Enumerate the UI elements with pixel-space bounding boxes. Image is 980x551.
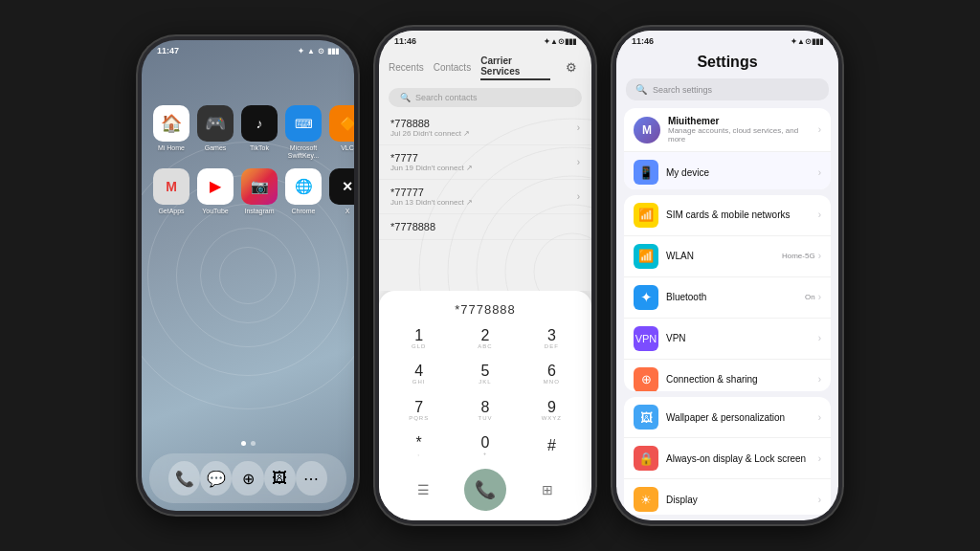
status-icons-1: ✦ ▲ ⊙ ▮▮▮ — [298, 47, 339, 55]
dial-key-star[interactable]: *, — [387, 430, 451, 463]
phone-3-screen: 11:46 ✦▲⊙▮▮▮ Settings 🔍 Search settings … — [616, 31, 838, 520]
bluetooth-item[interactable]: ✦ Bluetooth On › — [624, 277, 831, 319]
phone-1: 11:47 ✦ ▲ ⊙ ▮▮▮ 🏠 Mi Home 🎮 — [138, 36, 358, 515]
time-1: 11:47 — [157, 46, 179, 55]
call-button[interactable]: 📞 — [464, 469, 506, 511]
svg-point-3 — [448, 147, 591, 291]
app-games[interactable]: 🎮 Games — [197, 105, 234, 161]
dial-key-7[interactable]: 7PQRS — [387, 394, 451, 428]
settings-screen: 11:46 ✦▲⊙▮▮▮ Settings 🔍 Search settings … — [616, 31, 838, 520]
dot-1 — [241, 441, 246, 446]
dock-phone[interactable]: 📞 — [168, 461, 200, 496]
phone-3: 11:46 ✦▲⊙▮▮▮ Settings 🔍 Search settings … — [612, 27, 842, 524]
dial-key-0[interactable]: 0+ — [453, 430, 517, 463]
status-icons-3: ✦▲⊙▮▮▮ — [791, 37, 823, 46]
sim-networks-label: SIM cards & mobile networks — [666, 209, 811, 220]
dial-key-1[interactable]: 1GLD — [387, 322, 451, 356]
keypad-toggle-button[interactable]: ☰ — [410, 476, 436, 503]
lock-screen-icon: 🔒 — [634, 446, 658, 471]
always-on-item[interactable]: 🔒 Always-on display & Lock screen › — [624, 438, 831, 479]
avatar: M — [634, 117, 660, 143]
app-instagram[interactable]: 📷 Instagram — [241, 168, 278, 215]
app-mi-home[interactable]: 🏠 Mi Home — [153, 105, 189, 161]
vpn-icon: VPN — [634, 326, 658, 351]
wlan-item[interactable]: 📶 WLAN Home-5G › — [624, 236, 831, 277]
settings-search-bar[interactable]: 🔍 Search settings — [626, 78, 829, 100]
phone-1-screen: 11:47 ✦ ▲ ⊙ ▮▮▮ 🏠 Mi Home 🎮 — [142, 40, 354, 511]
dock-apps[interactable]: ⊕ — [232, 461, 263, 496]
contacts-search-bar[interactable]: 🔍 Search contacts — [389, 88, 582, 107]
dial-key-hash[interactable]: # — [520, 430, 584, 463]
dock-gallery[interactable]: 🖼 — [264, 461, 296, 496]
always-on-label: Always-on display & Lock screen — [666, 453, 811, 464]
connection-sharing-label: Connection & sharing — [666, 374, 811, 385]
settings-title: Settings — [616, 48, 838, 78]
app-grid: 🏠 Mi Home 🎮 Games ♪ TikTok ⌨ Microsoft S… — [142, 57, 354, 223]
app-x[interactable]: ✕ X — [329, 168, 354, 215]
display-label: Display — [666, 495, 811, 505]
bluetooth-icon: ✦ — [634, 285, 658, 310]
search-icon: 🔍 — [400, 93, 411, 102]
dialpad-display: *7778888 — [387, 300, 584, 322]
phone-2-screen: 11:46 ✦▲⊙▮▮▮ Recents Contacts Carrier Se… — [379, 31, 591, 520]
dialer-settings-button[interactable]: ⚙ — [562, 56, 582, 77]
wallpaper-label: Wallpaper & personalization — [666, 412, 811, 423]
my-device-icon: 📱 — [634, 160, 658, 185]
tab-carrier-services[interactable]: Carrier Services — [480, 54, 549, 80]
chevron-right-icon: › — [818, 374, 821, 385]
dialpad-actions: ☰ 📞 ⊞ — [387, 463, 584, 515]
dialer-screen: 11:46 ✦▲⊙▮▮▮ Recents Contacts Carrier Se… — [379, 31, 591, 520]
tab-row: Recents Contacts Carrier Services — [389, 54, 550, 80]
call-list: *778888 Jul 26 Didn't connect ↗ › *7777 … — [379, 111, 591, 291]
time-3: 11:46 — [632, 36, 654, 46]
dial-key-6[interactable]: 6MNO — [520, 358, 584, 391]
wallpaper-icon: 🖼 — [634, 405, 658, 430]
search-contacts-placeholder: Search contacts — [415, 93, 478, 102]
account-item[interactable]: M Miuithemer Manage accounts, cloud serv… — [624, 108, 831, 152]
phones-container: 11:47 ✦ ▲ ⊙ ▮▮▮ 🏠 Mi Home 🎮 — [128, 17, 852, 534]
display-item[interactable]: ☀ Display › — [624, 479, 831, 515]
my-device-item[interactable]: 📱 My device › — [624, 152, 831, 189]
page-dots — [142, 437, 354, 450]
phone-2: 11:46 ✦▲⊙▮▮▮ Recents Contacts Carrier Se… — [375, 27, 595, 524]
svg-point-1 — [505, 205, 591, 291]
chevron-right-icon: › — [818, 167, 821, 178]
dialpad-options-button[interactable]: ⊞ — [534, 476, 561, 503]
app-vlc[interactable]: 🔶 VLC — [329, 105, 354, 161]
sim-networks-item[interactable]: 📶 SIM cards & mobile networks › — [624, 195, 831, 236]
chevron-right-icon: › — [818, 453, 821, 464]
dial-key-4[interactable]: 4GHI — [387, 358, 451, 391]
settings-search-placeholder: Search settings — [653, 85, 712, 95]
app-tiktok[interactable]: ♪ TikTok — [241, 105, 278, 161]
tab-recents[interactable]: Recents — [389, 60, 424, 75]
chevron-right-icon: › — [818, 333, 821, 343]
status-icons-2: ✦▲⊙▮▮▮ — [544, 37, 576, 46]
account-subtitle: Manage accounts, cloud services, and mor… — [668, 126, 811, 143]
dial-key-5[interactable]: 5JKL — [453, 358, 517, 391]
wallpaper-item[interactable]: 🖼 Wallpaper & personalization › — [624, 397, 831, 438]
dial-key-2[interactable]: 2ABC — [453, 322, 517, 356]
chevron-right-icon: › — [818, 495, 821, 505]
status-bar-2: 11:46 ✦▲⊙▮▮▮ — [379, 31, 591, 48]
dial-key-8[interactable]: 8TUV — [453, 394, 517, 428]
chevron-right-icon: › — [818, 209, 821, 220]
settings-personalization-section: 🖼 Wallpaper & personalization › 🔒 Always… — [624, 397, 831, 515]
dialpad: *7778888 1GLD 2ABC 3DEF 4GHI 5JKL 6MNO 7… — [379, 291, 591, 520]
bluetooth-status: On — [805, 293, 815, 301]
tab-contacts[interactable]: Contacts — [434, 60, 471, 75]
app-youtube[interactable]: ▶ YouTube — [197, 168, 234, 215]
status-bar-1: 11:47 ✦ ▲ ⊙ ▮▮▮ — [142, 40, 354, 57]
dock-more[interactable]: ⋯ — [296, 461, 327, 496]
display-icon: ☀ — [634, 487, 658, 512]
dock-messages[interactable]: 💬 — [200, 461, 232, 496]
app-getapps[interactable]: M GetApps — [153, 168, 189, 215]
dial-key-9[interactable]: 9WXYZ — [520, 394, 584, 428]
dial-key-3[interactable]: 3DEF — [520, 322, 584, 356]
app-chrome[interactable]: 🌐 Chrome — [285, 168, 322, 215]
search-icon: 🔍 — [635, 84, 647, 95]
svg-point-0 — [534, 233, 591, 291]
app-swiftkey[interactable]: ⌨ Microsoft SwiftKey... — [285, 105, 322, 161]
vpn-item[interactable]: VPN VPN › — [624, 319, 831, 360]
dialer-ripple-bg — [400, 111, 591, 291]
connection-sharing-item[interactable]: ⊕ Connection & sharing › — [624, 360, 831, 392]
